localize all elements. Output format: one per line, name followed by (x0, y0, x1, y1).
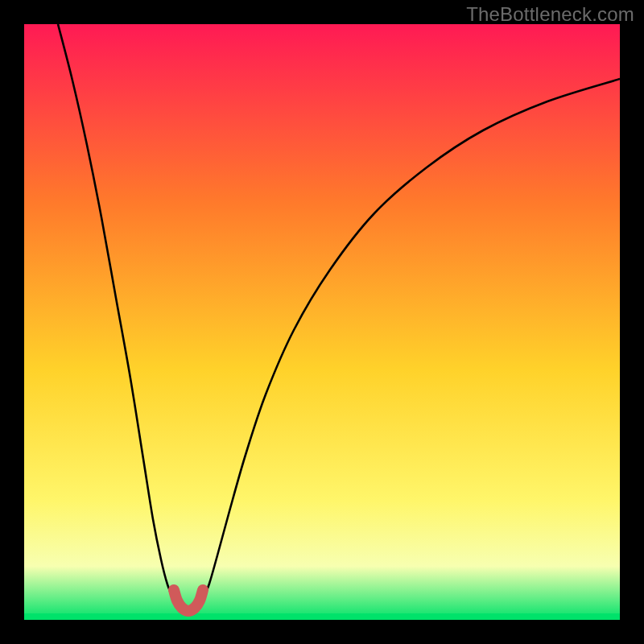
chart-svg (24, 24, 620, 620)
watermark-text: TheBottleneck.com (466, 3, 634, 26)
gradient-background (24, 24, 620, 620)
outer-frame: TheBottleneck.com (0, 0, 644, 644)
plot-area (24, 24, 620, 620)
